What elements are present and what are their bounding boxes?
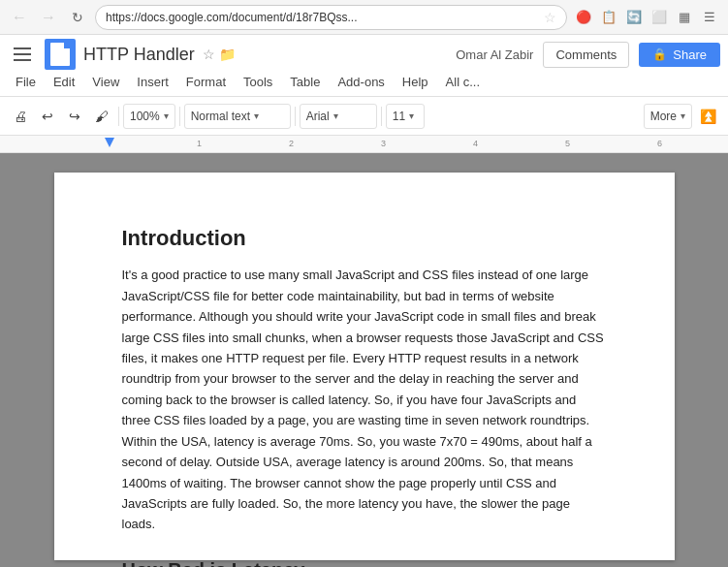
- extension-icon-3[interactable]: 🔄: [623, 7, 645, 28]
- ruler-mark-1: 1: [197, 139, 202, 148]
- header-right: Omar Al Zabir Comments 🔒 Share: [456, 42, 720, 68]
- hamburger-line-2: [14, 53, 31, 55]
- ruler-mark-5: 5: [565, 139, 570, 148]
- share-label: Share: [673, 47, 707, 62]
- toolbar-more: More ▾ ⏫: [644, 104, 720, 129]
- style-chevron: ▾: [254, 110, 259, 121]
- title-row: HTTP Handler ☆ 📁 Omar Al Zabir Comments …: [8, 39, 720, 70]
- hamburger-line-3: [14, 59, 31, 61]
- undo-button[interactable]: ↩: [35, 104, 60, 129]
- star-icon[interactable]: ☆: [544, 10, 556, 25]
- size-value: 11: [393, 110, 405, 123]
- style-value: Normal text: [191, 110, 250, 123]
- extension-icon-4[interactable]: ⬜: [649, 7, 670, 28]
- menu-view[interactable]: View: [84, 72, 127, 92]
- star-doc-icon[interactable]: ☆: [203, 47, 215, 62]
- menu-addons[interactable]: Add-ons: [330, 72, 392, 92]
- size-chevron: ▾: [409, 110, 414, 121]
- paint-format-button[interactable]: 🖌: [89, 104, 114, 129]
- extension-icon-5[interactable]: ▦: [674, 7, 695, 28]
- title-icons: ☆ 📁: [203, 47, 236, 62]
- ruler-left-marker[interactable]: [105, 138, 114, 147]
- heading-latency: How Bad is Latency: [122, 554, 607, 567]
- toolbar: 🖨 ↩ ↪ 🖌 100% ▾ Normal text ▾ Arial ▾ 11 …: [0, 97, 728, 136]
- heading-introduction: Introduction: [122, 221, 607, 255]
- toolbar-divider-4: [381, 107, 382, 126]
- lock-icon: 🔒: [652, 47, 667, 61]
- docs-header: HTTP Handler ☆ 📁 Omar Al Zabir Comments …: [0, 35, 728, 97]
- toolbar-divider-1: [118, 107, 119, 126]
- menu-file[interactable]: File: [8, 72, 44, 92]
- font-value: Arial: [306, 110, 330, 123]
- size-select[interactable]: 11 ▾: [386, 104, 425, 129]
- zoom-select[interactable]: 100% ▾: [123, 104, 175, 129]
- more-label: More: [650, 110, 677, 123]
- extension-icon-6[interactable]: ☰: [699, 7, 720, 28]
- comments-button[interactable]: Comments: [543, 42, 629, 68]
- browser-bar: ← → ↻ https://docs.google.com/document/d…: [0, 0, 728, 35]
- doc-title[interactable]: HTTP Handler: [83, 45, 195, 65]
- menu-help[interactable]: Help: [395, 72, 436, 92]
- refresh-button[interactable]: ↻: [66, 6, 89, 29]
- font-select[interactable]: Arial ▾: [300, 104, 377, 129]
- toolbar-divider-2: [179, 107, 180, 126]
- docs-logo: [45, 39, 76, 70]
- doc-area[interactable]: Introduction It's a good practice to use…: [0, 153, 728, 567]
- back-button[interactable]: ←: [8, 6, 31, 29]
- toolbar-divider-3: [295, 107, 296, 126]
- ruler-mark-6: 6: [657, 139, 662, 148]
- docs-logo-inner: [50, 43, 70, 66]
- font-chevron: ▾: [333, 110, 338, 121]
- folder-icon[interactable]: 📁: [219, 47, 236, 62]
- print-button[interactable]: 🖨: [8, 104, 33, 129]
- menu-insert[interactable]: Insert: [129, 72, 176, 92]
- redo-button[interactable]: ↪: [62, 104, 87, 129]
- menu-tools[interactable]: Tools: [236, 72, 280, 92]
- address-bar[interactable]: https://docs.google.com/document/d/18r7B…: [95, 5, 567, 30]
- user-name: Omar Al Zabir: [456, 47, 533, 62]
- menu-bar: File Edit View Insert Format Tools Table…: [8, 72, 720, 96]
- hamburger-line-1: [14, 47, 31, 49]
- extension-icon-1[interactable]: 🔴: [573, 7, 594, 28]
- extension-icon-2[interactable]: 📋: [598, 7, 619, 28]
- hamburger-button[interactable]: [8, 40, 37, 69]
- share-button[interactable]: 🔒 Share: [639, 43, 720, 67]
- zoom-chevron: ▾: [164, 110, 169, 121]
- menu-table[interactable]: Table: [282, 72, 328, 92]
- ruler-mark-2: 2: [289, 139, 294, 148]
- ruler: 1 2 3 4 5 6: [0, 136, 728, 153]
- more-select[interactable]: More ▾: [644, 104, 692, 129]
- paragraph-intro: It's a good practice to use many small J…: [122, 265, 607, 535]
- browser-icons: 🔴 📋 🔄 ⬜ ▦ ☰: [573, 7, 720, 28]
- address-text: https://docs.google.com/document/d/18r7B…: [106, 11, 538, 24]
- menu-edit[interactable]: Edit: [46, 72, 82, 92]
- style-select[interactable]: Normal text ▾: [184, 104, 291, 129]
- menu-allc[interactable]: All c...: [438, 72, 488, 92]
- ruler-mark-4: 4: [473, 139, 478, 148]
- title-left: HTTP Handler ☆ 📁: [8, 39, 236, 70]
- menu-format[interactable]: Format: [178, 72, 234, 92]
- forward-button[interactable]: →: [37, 6, 60, 29]
- ruler-mark-3: 3: [381, 139, 386, 148]
- more-chevron: ▾: [681, 110, 685, 121]
- doc-page: Introduction It's a good practice to use…: [54, 173, 675, 560]
- collapse-toolbar-button[interactable]: ⏫: [696, 107, 720, 126]
- zoom-value: 100%: [130, 110, 160, 123]
